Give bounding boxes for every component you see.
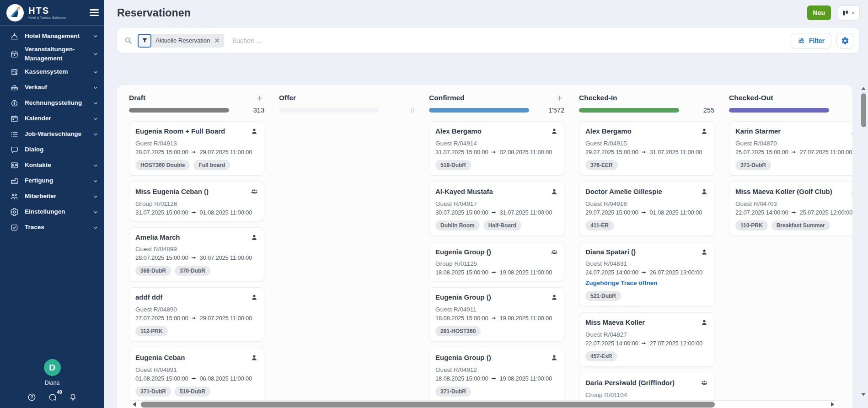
person-icon bbox=[550, 354, 558, 362]
reservation-card[interactable]: Karin Starmer Guest R/04870 25.07.2025 1… bbox=[729, 121, 852, 176]
app-root: HTS Hotel & Tourism Solutions Hotel Mana… bbox=[0, 0, 868, 408]
reservation-card[interactable]: Miss Eugenia Ceban () Group R/01126 31.0… bbox=[129, 182, 264, 221]
sidebar-item-label: Rechnungsstellung bbox=[25, 98, 82, 107]
sidebar-item-einstellungen[interactable]: Einstellungen bbox=[0, 204, 104, 220]
sidebar-item-dialog[interactable]: Dialog bbox=[0, 142, 104, 158]
sidebar-item-label: Kontakte bbox=[25, 161, 51, 170]
reservation-card[interactable]: Eugenia Group () Group R/01125 18.08.202… bbox=[429, 242, 564, 282]
sidebar-item-mitarbeiter[interactable]: Mitarbeiter bbox=[0, 189, 104, 204]
column-title: Checked-In bbox=[579, 94, 617, 102]
active-filter-chip[interactable]: Aktuelle Reservation bbox=[138, 34, 224, 48]
horizontal-scrollbar[interactable] bbox=[130, 400, 837, 408]
guest-name: Doctor Amelie Gillespie bbox=[585, 188, 662, 196]
tag-badge: Dublin Room bbox=[435, 220, 480, 231]
sidebar-item-kalender[interactable]: Kalender bbox=[0, 111, 104, 127]
column-confirmed: Confirmed 1'572 Alex Bergamo Guest R/049… bbox=[429, 92, 564, 408]
checkin-datetime: 24.07.2025 14:00:00 bbox=[585, 269, 638, 276]
scroll-down-arrow[interactable] bbox=[861, 393, 866, 396]
search-bar: Aktuelle Reservation Filter bbox=[117, 28, 859, 53]
reservation-card[interactable]: Alex Bergamo Guest R/04915 29.07.2025 15… bbox=[579, 121, 714, 176]
reservation-ref: Guest R/04831 bbox=[585, 260, 708, 267]
guest-name: Alex Bergamo bbox=[585, 127, 632, 136]
chat-button[interactable]: 49 bbox=[48, 393, 57, 403]
reservation-dates: 22.07.2025 14:00:00 25.07.2025 12:00:00 bbox=[735, 209, 852, 216]
sidebar-item-rechnungsstellung[interactable]: Rechnungsstellung bbox=[0, 96, 104, 111]
tag-badge: Half-Board bbox=[483, 220, 521, 231]
sidebar-item-fertigung[interactable]: Fertigung bbox=[0, 173, 104, 189]
reservation-ref: Guest R/04912 bbox=[435, 366, 558, 373]
search-input[interactable] bbox=[232, 37, 791, 44]
settings-gear-button[interactable] bbox=[836, 33, 853, 48]
column-progress-bar bbox=[579, 108, 679, 113]
menu-toggle-icon[interactable] bbox=[90, 8, 99, 18]
checkout-datetime: 19.08.2025 11:00:00 bbox=[499, 375, 552, 382]
checkout-datetime: 06.08.2025 11:00:00 bbox=[199, 375, 252, 382]
checkout-datetime: 26.07.2025 13:00:00 bbox=[649, 269, 702, 276]
reservation-card[interactable]: Doctor Amelie Gillespie Guest R/04916 29… bbox=[579, 182, 714, 236]
sidebar-item-kontakte[interactable]: Kontakte bbox=[0, 158, 104, 173]
reservation-ref: Guest R/04913 bbox=[135, 140, 258, 147]
checkin-datetime: 28.07.2025 15:00:00 bbox=[135, 149, 188, 156]
arrow-right-icon bbox=[190, 209, 197, 215]
reservation-dates: 29.07.2025 15:00:00 31.07.2025 11:00:00 bbox=[585, 149, 708, 156]
checkout-datetime: 31.07.2025 11:00:00 bbox=[499, 209, 552, 216]
person-icon bbox=[700, 248, 708, 256]
horizontal-scroll-thumb[interactable] bbox=[141, 402, 715, 408]
reservation-card[interactable]: addf ddf Guest R/04890 27.07.2025 15:00:… bbox=[129, 287, 264, 342]
vertical-scrollbar[interactable] bbox=[860, 87, 867, 396]
tag-badge: Breakfast Summer bbox=[772, 220, 830, 231]
checkin-datetime: 31.07.2025 15:00:00 bbox=[435, 149, 488, 156]
person-icon bbox=[250, 293, 258, 301]
checkin-datetime: 28.07.2025 15:00:00 bbox=[135, 254, 188, 261]
notifications-bell-icon[interactable] bbox=[69, 393, 77, 402]
avatar[interactable]: D bbox=[44, 359, 61, 376]
add-card-button[interactable] bbox=[256, 94, 263, 102]
list-icon bbox=[10, 130, 19, 139]
arrow-right-icon bbox=[790, 209, 797, 215]
sidebar-item-veranstaltungen-management[interactable]: Veranstaltungen-Management bbox=[0, 44, 104, 64]
checkout-datetime: 27.07.2025 12:00:00 bbox=[649, 340, 702, 347]
view-switcher-button[interactable] bbox=[838, 5, 860, 21]
help-icon[interactable] bbox=[27, 393, 36, 402]
open-trace-link[interactable]: Zugehörige Trace öffnen bbox=[585, 279, 708, 286]
sidebar-item-verkauf[interactable]: Verkauf bbox=[0, 80, 104, 96]
remove-filter-icon[interactable] bbox=[214, 38, 220, 43]
reservation-ref: Guest R/04899 bbox=[135, 246, 258, 252]
reservation-card[interactable]: Amelia March Guest R/04899 28.07.2025 15… bbox=[129, 227, 264, 282]
add-card-button[interactable] bbox=[556, 94, 563, 102]
checkbox-icon bbox=[10, 223, 19, 232]
vertical-scroll-thumb[interactable] bbox=[861, 93, 866, 127]
reservation-card[interactable]: Miss Maeva Koller Guest R/04827 22.07.20… bbox=[579, 312, 714, 367]
filter-button[interactable]: Filter bbox=[791, 33, 831, 48]
sidebar-item-job-warteschlange[interactable]: Job-Warteschlange bbox=[0, 127, 104, 142]
reservation-card[interactable]: Alex Bergamo Guest R/04914 31.07.2025 15… bbox=[429, 121, 564, 176]
reservation-dates: 18.08.2025 15:00:00 19.08.2025 11:00:00 bbox=[435, 375, 558, 382]
sidebar-item-hotel-management[interactable]: Hotel Management bbox=[0, 28, 104, 44]
scroll-up-arrow[interactable] bbox=[861, 87, 866, 90]
new-reservation-button[interactable]: Neu bbox=[807, 5, 831, 20]
chevron-down-icon bbox=[93, 101, 98, 106]
checkin-datetime: 29.07.2025 15:00:00 bbox=[585, 209, 638, 216]
chevron-down-icon bbox=[93, 33, 98, 39]
reservation-card[interactable]: Diana Spatari () Guest R/04831 24.07.202… bbox=[579, 242, 714, 307]
checkout-datetime: 29.07.2025 11:00:00 bbox=[199, 315, 252, 322]
guest-name: Eugenia Group () bbox=[435, 248, 491, 257]
reservation-card[interactable]: Eugenia Group () Guest R/04912 18.08.202… bbox=[429, 348, 564, 402]
reservation-card[interactable]: Eugenia Group () Guest R/04911 18.08.202… bbox=[429, 287, 564, 342]
tag-badge: 371-DubR bbox=[135, 387, 171, 397]
sidebar-item-traces[interactable]: Traces bbox=[0, 220, 104, 236]
reservation-ref: Guest R/04917 bbox=[435, 200, 558, 207]
reservation-card[interactable]: Miss Maeva Koller (Golf Club) Guest R/04… bbox=[729, 182, 852, 236]
column-title: Confirmed bbox=[429, 94, 465, 102]
reservation-card[interactable]: Eugenia Ceban Guest R/04891 01.08.2025 1… bbox=[129, 348, 264, 402]
sidebar-item-kassensystem[interactable]: Kassensystem bbox=[0, 64, 104, 80]
brand-tagline: Hotel & Tourism Solutions bbox=[28, 16, 66, 20]
reservation-card[interactable]: Eugenia Room + Full Board Guest R/04913 … bbox=[129, 121, 264, 176]
scroll-right-arrow[interactable] bbox=[831, 402, 834, 407]
reservation-card[interactable]: Al-Kayed Mustafa Guest R/04917 30.07.202… bbox=[429, 182, 564, 236]
reservation-ref: Guest R/04827 bbox=[585, 331, 708, 338]
column-progress-bar bbox=[429, 108, 529, 113]
scroll-left-arrow[interactable] bbox=[133, 402, 136, 407]
chevron-down-icon bbox=[93, 132, 98, 137]
guest-name: Karin Starmer bbox=[735, 127, 781, 136]
